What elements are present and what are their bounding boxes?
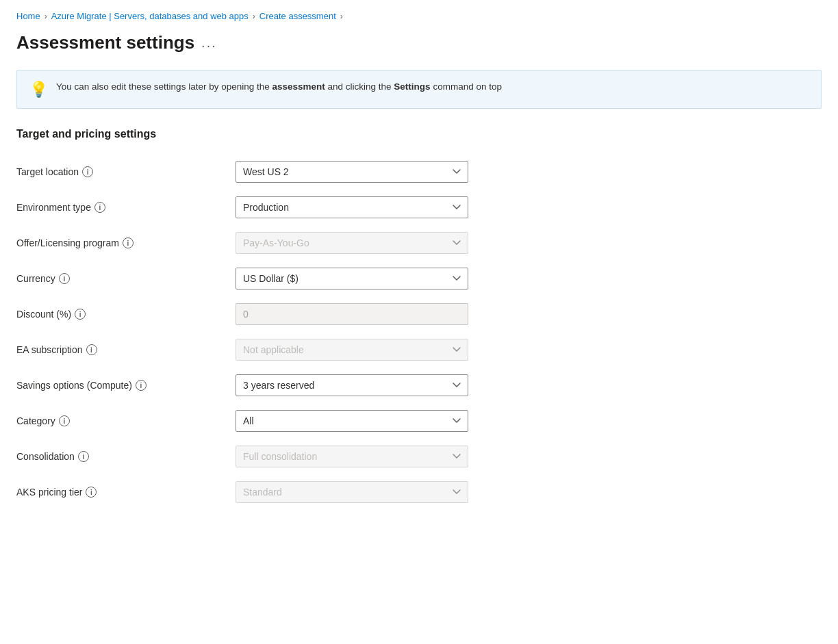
info-banner-text: You can also edit these settings later b… xyxy=(56,80,502,94)
form-row-ea-subscription: EA subscription i Not applicable xyxy=(16,332,822,368)
breadcrumb-azure-migrate[interactable]: Azure Migrate | Servers, databases and w… xyxy=(51,11,249,21)
label-savings-options: Savings options (Compute) xyxy=(16,380,132,391)
settings-form: Target location i West US 2 East US East… xyxy=(16,154,822,510)
page-title-row: Assessment settings ... xyxy=(16,32,822,53)
lightbulb-icon: 💡 xyxy=(29,81,48,99)
info-icon-consolidation[interactable]: i xyxy=(78,451,89,462)
select-aks-pricing-tier: Standard Free xyxy=(236,481,468,503)
info-icon-currency[interactable]: i xyxy=(59,273,70,284)
breadcrumb-home[interactable]: Home xyxy=(16,11,40,21)
section-title: Target and pricing settings xyxy=(16,128,822,140)
info-icon-savings-options[interactable]: i xyxy=(136,380,147,391)
breadcrumb-sep-1: › xyxy=(45,12,47,21)
label-ea-subscription: EA subscription xyxy=(16,344,83,355)
info-icon-category[interactable]: i xyxy=(59,415,70,426)
label-environment-type: Environment type xyxy=(16,202,91,213)
page-title-menu-button[interactable]: ... xyxy=(201,35,217,51)
select-ea-subscription: Not applicable xyxy=(236,339,468,361)
info-banner: 💡 You can also edit these settings later… xyxy=(16,70,822,109)
form-row-offer-licensing: Offer/Licensing program i Pay-As-You-Go xyxy=(16,225,822,261)
input-discount xyxy=(236,303,468,325)
form-row-currency: Currency i US Dollar ($) Euro (€) Britis… xyxy=(16,261,822,296)
form-row-savings-options: Savings options (Compute) i 3 years rese… xyxy=(16,368,822,403)
label-category: Category xyxy=(16,415,55,426)
label-offer-licensing: Offer/Licensing program xyxy=(16,237,119,248)
breadcrumb-create-assessment[interactable]: Create assessment xyxy=(259,11,336,21)
info-icon-discount[interactable]: i xyxy=(75,309,86,320)
select-consolidation: Full consolidation xyxy=(236,446,468,467)
breadcrumb: Home › Azure Migrate | Servers, database… xyxy=(16,11,822,21)
info-icon-target-location[interactable]: i xyxy=(82,166,93,177)
info-icon-offer-licensing[interactable]: i xyxy=(123,237,134,248)
info-icon-ea-subscription[interactable]: i xyxy=(86,344,97,355)
select-category[interactable]: All Compute Storage Network xyxy=(236,410,468,432)
select-offer-licensing: Pay-As-You-Go xyxy=(236,232,468,254)
form-row-target-location: Target location i West US 2 East US East… xyxy=(16,154,822,190)
page-title: Assessment settings xyxy=(16,32,194,53)
breadcrumb-sep-2: › xyxy=(253,12,255,21)
label-discount: Discount (%) xyxy=(16,309,71,320)
select-environment-type[interactable]: Production Dev/Test xyxy=(236,196,468,218)
label-target-location: Target location xyxy=(16,166,79,177)
form-row-discount: Discount (%) i xyxy=(16,296,822,332)
label-aks-pricing-tier: AKS pricing tier xyxy=(16,487,82,498)
breadcrumb-sep-3: › xyxy=(340,12,343,21)
form-row-category: Category i All Compute Storage Network xyxy=(16,403,822,439)
select-currency[interactable]: US Dollar ($) Euro (€) British Pound (£) xyxy=(236,268,468,289)
select-target-location[interactable]: West US 2 East US East US 2 West US Cent… xyxy=(236,161,468,183)
label-consolidation: Consolidation xyxy=(16,451,75,462)
info-icon-environment-type[interactable]: i xyxy=(94,202,105,213)
info-icon-aks-pricing-tier[interactable]: i xyxy=(86,487,97,498)
label-currency: Currency xyxy=(16,273,55,284)
form-row-consolidation: Consolidation i Full consolidation xyxy=(16,439,822,474)
form-row-aks-pricing-tier: AKS pricing tier i Standard Free xyxy=(16,474,822,510)
select-savings-options[interactable]: 3 years reserved 1 year reserved None (p… xyxy=(236,374,468,396)
form-row-environment-type: Environment type i Production Dev/Test xyxy=(16,190,822,225)
